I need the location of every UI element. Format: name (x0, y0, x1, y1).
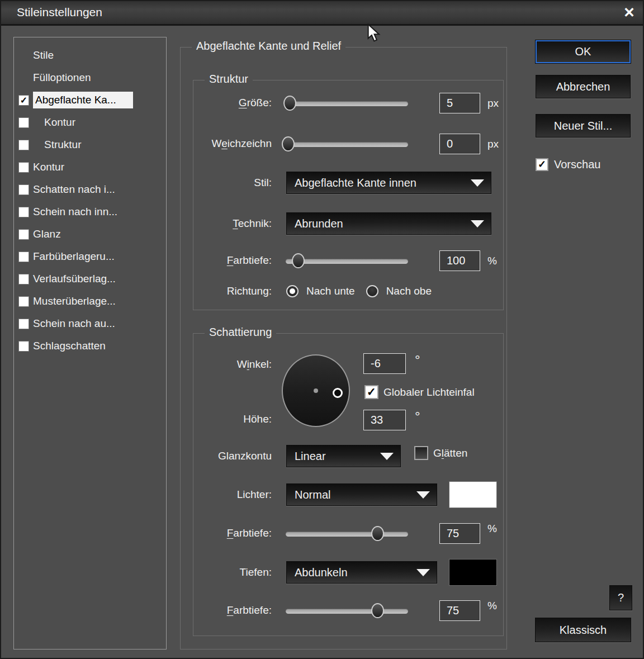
item-checkbox[interactable] (18, 184, 29, 195)
ok-button[interactable]: OK (536, 40, 631, 63)
shadow-opacity-input[interactable]: 75 (439, 600, 480, 621)
item-checkbox[interactable] (18, 207, 29, 217)
angle-input[interactable]: -6 (363, 353, 406, 374)
anti-alias-row: Glätten (414, 446, 467, 460)
new-style-button[interactable]: Neuer Stil... (536, 114, 631, 138)
direction-label: Richtung: (193, 284, 272, 298)
soften-slider[interactable] (286, 136, 408, 151)
global-light-label: Globaler Lichteinfal (383, 386, 475, 399)
bevel-emboss-panel: Abgeflachte Kante und Relief Struktur Gr… (180, 47, 507, 649)
sidebar-item[interactable]: Kontur (14, 111, 166, 134)
technique-dropdown[interactable]: Abrunden (286, 212, 491, 235)
sidebar-item-label: Glanz (33, 228, 61, 240)
item-checkbox[interactable]: ✓ (18, 95, 29, 106)
sidebar-item[interactable]: ✓Abgeflachte Ka... (14, 89, 166, 111)
item-checkbox[interactable] (18, 140, 29, 150)
shadow-mode-value: Abdunkeln (295, 566, 416, 579)
chevron-down-icon (380, 453, 394, 460)
soften-input[interactable]: 0 (439, 134, 480, 154)
soften-slider-knob[interactable] (282, 136, 295, 151)
size-label: Größe: (193, 96, 272, 110)
item-checkbox[interactable] (18, 319, 29, 329)
sidebar-item-label: Fülloptionen (33, 72, 91, 84)
size-slider[interactable] (286, 96, 408, 111)
anti-alias-label: Glätten (433, 447, 467, 459)
altitude-unit: ° (415, 409, 420, 424)
mouse-cursor (367, 23, 381, 42)
highlight-opacity-input[interactable]: 75 (439, 523, 480, 544)
dialog-title: Stileinstellungen (17, 6, 102, 19)
preview-checkbox[interactable]: ✓ (536, 158, 548, 171)
sidebar-item[interactable]: Schlagschatten (14, 335, 166, 357)
sidebar-item[interactable]: Schatten nach i... (14, 178, 166, 201)
sidebar-item-label: Musterüberlage... (33, 295, 116, 307)
angle-dial-center-dot (314, 388, 318, 393)
sidebar-item-label: Struktur (44, 139, 82, 151)
highlight-opacity-track[interactable] (286, 532, 408, 537)
shadow-opacity-slider[interactable] (286, 603, 408, 618)
gloss-contour-label: Glanzkontu (193, 449, 272, 463)
altitude-input[interactable]: 33 (363, 410, 406, 430)
soften-label: Weichzeichn (193, 136, 272, 151)
help-button[interactable]: ? (609, 585, 632, 610)
sidebar-item[interactable]: Fülloptionen (14, 67, 166, 89)
checkbox-spacer (18, 73, 29, 83)
soften-slider-track[interactable] (286, 142, 408, 147)
sidebar-item[interactable]: Verlaufsüberlag... (14, 268, 166, 290)
close-icon[interactable]: ✕ (623, 4, 635, 21)
sidebar-item[interactable]: Schein nach inn... (14, 201, 166, 223)
depth-slider-knob[interactable] (292, 253, 305, 268)
depth-input[interactable]: 100 (439, 250, 480, 271)
item-checkbox[interactable] (18, 117, 29, 128)
depth-slider[interactable] (286, 253, 408, 268)
global-light-checkbox[interactable]: ✓ (364, 385, 378, 399)
shadow-mode-dropdown[interactable]: Abdunkeln (286, 561, 437, 584)
direction-radio-label: Nach obe (386, 285, 432, 297)
sidebar-item-label: Schlagschatten (33, 340, 106, 352)
item-checkbox[interactable] (18, 229, 29, 240)
chevron-down-icon (416, 491, 430, 499)
size-input[interactable]: 5 (439, 93, 480, 113)
sidebar-item[interactable]: Kontur (14, 156, 166, 178)
sidebar-item[interactable]: Stile (14, 44, 166, 67)
highlight-opacity-knob[interactable] (371, 526, 384, 541)
depth-unit: % (487, 255, 497, 267)
direction-radio[interactable] (286, 285, 299, 297)
item-checkbox[interactable] (18, 341, 29, 352)
sidebar-item[interactable]: Struktur (14, 134, 166, 156)
highlight-mode-dropdown[interactable]: Normal (286, 483, 437, 506)
shadow-opacity-label: Farbtiefe: (193, 603, 272, 618)
highlight-opacity-slider[interactable] (286, 526, 408, 541)
item-checkbox[interactable] (18, 162, 29, 173)
technique-label: Technik: (193, 216, 272, 231)
direction-radio[interactable] (366, 285, 378, 297)
shadow-color-swatch[interactable] (449, 560, 496, 585)
sidebar-item[interactable]: Glanz (14, 223, 166, 245)
sidebar-item-label: Abgeflachte Ka... (33, 92, 133, 108)
title-bar[interactable]: Stileinstellungen ✕ (1, 1, 643, 26)
sidebar-item[interactable]: Schein nach au... (14, 312, 166, 335)
shadow-opacity-track[interactable] (286, 609, 408, 614)
angle-dial-indicator[interactable] (333, 388, 343, 398)
item-checkbox[interactable] (18, 274, 29, 285)
item-checkbox[interactable] (18, 296, 29, 307)
angle-dial[interactable] (282, 354, 350, 427)
anti-alias-checkbox[interactable] (414, 446, 428, 460)
shadow-opacity-knob[interactable] (371, 603, 384, 618)
sidebar-item-label: Stile (33, 49, 54, 61)
item-checkbox[interactable] (18, 252, 29, 262)
highlight-color-swatch[interactable] (449, 482, 496, 508)
cancel-button[interactable]: Abbrechen (536, 75, 631, 98)
size-slider-knob[interactable] (283, 96, 296, 111)
sidebar-item-label: Schein nach inn... (33, 206, 117, 218)
style-list-panel: StileFülloptionen✓Abgeflachte Ka...Kontu… (13, 37, 167, 649)
style-dropdown[interactable]: Abgeflachte Kante innen (286, 172, 491, 194)
sidebar-item[interactable]: Farbüberlageru... (14, 245, 166, 268)
sidebar-item[interactable]: Musterüberlage... (14, 290, 166, 312)
angle-label: Winkel: (193, 357, 272, 372)
classic-button[interactable]: Klassisch (535, 618, 631, 642)
size-slider-track[interactable] (286, 101, 408, 106)
highlight-opacity-label: Farbtiefe: (193, 526, 272, 541)
gloss-contour-dropdown[interactable]: Linear (286, 445, 401, 467)
altitude-label: Höhe: (193, 412, 272, 426)
